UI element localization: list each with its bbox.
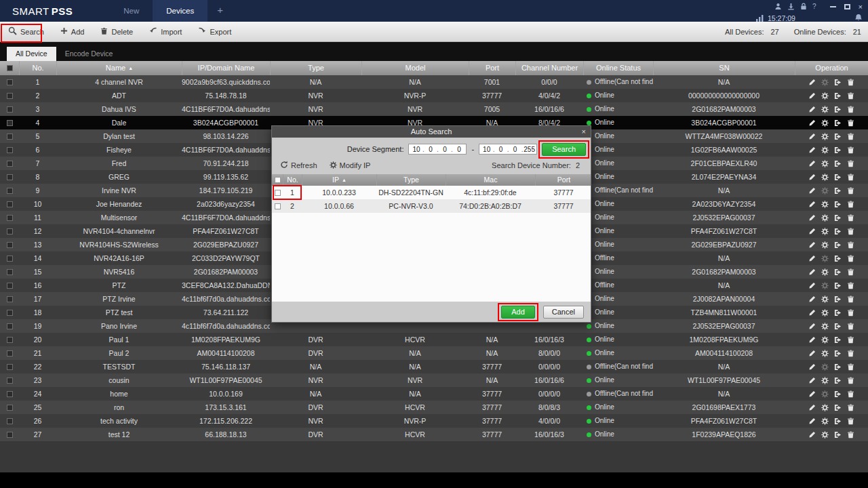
row-checkbox[interactable] — [7, 378, 13, 384]
settings-icon[interactable] — [821, 418, 829, 425]
open-device-icon[interactable] — [834, 255, 842, 262]
open-device-icon[interactable] — [834, 146, 842, 154]
edit-icon[interactable] — [808, 160, 816, 167]
table-row[interactable]: 21Paul 2AM004114100208DVRN/AN/A8/0/0/0On… — [0, 346, 868, 360]
delete-icon[interactable] — [847, 201, 854, 208]
select-all-checkbox[interactable] — [7, 65, 13, 71]
edit-icon[interactable] — [808, 282, 816, 289]
table-row[interactable]: 23cousinWT1L00F97PAE00045NVRNVRN/A16/0/1… — [0, 373, 868, 387]
segment-start-input[interactable]: 10.0.0.0 — [408, 144, 467, 155]
octet-field[interactable]: 0 — [439, 146, 450, 153]
select-all-checkbox[interactable] — [275, 177, 281, 183]
edit-icon[interactable] — [808, 377, 816, 384]
row-checkbox[interactable] — [7, 323, 13, 329]
row-checkbox[interactable] — [7, 418, 13, 424]
column-header-name[interactable]: Name▲ — [56, 61, 182, 75]
settings-icon[interactable] — [821, 309, 829, 317]
open-device-icon[interactable] — [834, 363, 842, 371]
delete-icon[interactable] — [847, 418, 854, 425]
delete-icon[interactable] — [847, 174, 854, 181]
lock-icon[interactable] — [800, 1, 807, 13]
column-header-status[interactable]: Online Status — [583, 61, 653, 75]
column-header-type[interactable]: Type — [376, 174, 446, 186]
dialog-table-row[interactable]: 210.0.0.66PC-NVR-V3.074:D0:2B:A0:2B:D737… — [272, 199, 591, 213]
settings-icon[interactable] — [821, 323, 829, 330]
export-button[interactable]: Export — [190, 22, 239, 42]
settings-icon[interactable] — [821, 174, 829, 181]
settings-icon[interactable] — [821, 390, 829, 398]
modify-ip-button[interactable]: Modify IP — [330, 161, 371, 170]
settings-icon[interactable] — [821, 214, 829, 222]
row-checkbox[interactable] — [7, 147, 13, 153]
import-button[interactable]: Import — [141, 22, 190, 42]
close-window-icon[interactable]: × — [859, 3, 863, 11]
settings-icon[interactable] — [821, 296, 829, 303]
edit-icon[interactable] — [808, 363, 816, 371]
delete-icon[interactable] — [847, 404, 854, 411]
edit-icon[interactable] — [808, 201, 816, 208]
row-checkbox[interactable] — [275, 190, 281, 196]
delete-icon[interactable] — [847, 146, 854, 154]
delete-button[interactable]: Delete — [92, 22, 141, 42]
delete-icon[interactable] — [847, 309, 854, 317]
edit-icon[interactable] — [808, 418, 816, 425]
row-checkbox[interactable] — [7, 188, 13, 194]
column-header-type[interactable]: Type — [270, 61, 361, 75]
open-device-icon[interactable] — [834, 268, 842, 276]
delete-icon[interactable] — [847, 336, 854, 344]
table-row[interactable]: 2ADT75.148.78.18NVRNVR-P377774/0/4/2Onli… — [0, 89, 868, 102]
delete-icon[interactable] — [847, 431, 854, 439]
open-device-icon[interactable] — [834, 377, 842, 384]
settings-icon[interactable] — [821, 160, 829, 167]
dialog-close-icon[interactable]: × — [582, 126, 586, 138]
dialog-cancel-button[interactable]: Cancel — [543, 306, 584, 319]
column-header-model[interactable]: Model — [361, 61, 469, 75]
edit-icon[interactable] — [808, 350, 816, 357]
row-checkbox[interactable] — [7, 174, 13, 180]
table-row[interactable]: 3Dahua IVS4C11BF6F7D0A.dahuaddns.comNVRN… — [0, 102, 868, 116]
delete-icon[interactable] — [847, 377, 854, 384]
dialog-add-button[interactable]: Add — [501, 306, 535, 319]
delete-icon[interactable] — [847, 228, 854, 235]
column-header-no[interactable]: No. — [19, 61, 56, 75]
edit-icon[interactable] — [808, 119, 816, 127]
column-header-channel[interactable]: Channel Number — [515, 61, 583, 75]
search-button[interactable]: Search — [0, 22, 52, 42]
edit-icon[interactable] — [808, 431, 816, 439]
column-header-ip[interactable]: IP/Domain Name — [182, 61, 270, 75]
edit-icon[interactable] — [808, 187, 816, 195]
row-checkbox[interactable] — [7, 201, 13, 207]
open-device-icon[interactable] — [834, 174, 842, 181]
dialog-search-button[interactable]: Search — [542, 143, 586, 156]
table-row[interactable]: 27test 1266.188.18.13DVRHCVR3777716/0/16… — [0, 428, 868, 441]
open-device-icon[interactable] — [834, 228, 842, 235]
row-checkbox[interactable] — [7, 364, 13, 370]
edit-icon[interactable] — [808, 390, 816, 398]
open-device-icon[interactable] — [834, 160, 842, 167]
table-row[interactable]: 14 channel NVR9002a9b9cf63.quickddns.com… — [0, 75, 868, 89]
open-device-icon[interactable] — [834, 404, 842, 411]
column-header-port[interactable]: Port — [469, 61, 515, 75]
table-row[interactable]: 24home10.0.0.169N/AN/A377770/0/0/0Offlin… — [0, 387, 868, 401]
add-button[interactable]: Add — [52, 22, 93, 42]
maximize-icon[interactable] — [844, 4, 850, 9]
settings-icon[interactable] — [821, 350, 829, 357]
settings-icon[interactable] — [821, 336, 829, 344]
open-device-icon[interactable] — [834, 241, 842, 249]
octet-field[interactable]: 0 — [509, 146, 521, 153]
settings-icon[interactable] — [821, 106, 829, 113]
settings-icon[interactable] — [821, 228, 829, 235]
delete-icon[interactable] — [847, 92, 854, 100]
settings-icon[interactable] — [821, 133, 829, 140]
edit-icon[interactable] — [808, 214, 816, 222]
delete-icon[interactable] — [847, 187, 854, 195]
table-row[interactable]: 20Paul 11M0208FPAEKUM9GDVRHCVRN/A16/0/16… — [0, 333, 868, 346]
edit-icon[interactable] — [808, 336, 816, 344]
row-checkbox[interactable] — [7, 269, 13, 275]
settings-icon[interactable] — [821, 282, 829, 289]
delete-icon[interactable] — [847, 214, 854, 222]
open-device-icon[interactable] — [834, 418, 842, 425]
row-checkbox[interactable] — [7, 228, 13, 235]
open-device-icon[interactable] — [834, 390, 842, 398]
settings-icon[interactable] — [821, 268, 829, 276]
